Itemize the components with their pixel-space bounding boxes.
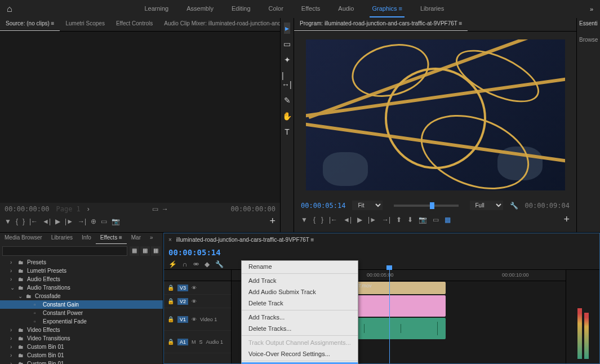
context-menu-item[interactable]: Voice-Over Record Settings...	[242, 348, 358, 359]
fx-filter-1-icon[interactable]: ▦	[130, 246, 139, 256]
program-scrubber[interactable]	[394, 205, 458, 207]
audio-clip-a1[interactable]	[344, 318, 446, 339]
hand-tool-icon[interactable]: ✋	[281, 110, 293, 122]
tab-audio[interactable]: Audio	[336, 1, 356, 17]
fx-filter-2-icon[interactable]: ▦	[140, 246, 150, 256]
insert-icon[interactable]: ⊕	[91, 217, 96, 225]
tab-source[interactable]: Source: (no clips) ≡	[0, 18, 60, 31]
prog-export-icon[interactable]: 📷	[419, 216, 427, 224]
more-workspaces-icon[interactable]: »	[590, 6, 593, 12]
tree-item[interactable]: ›🖿Presets	[0, 258, 163, 267]
eye-icon[interactable]: 👁	[192, 299, 197, 304]
mute-button[interactable]: M	[192, 339, 196, 345]
scrub-handle[interactable]	[430, 202, 434, 209]
tab-libraries[interactable]: Libraries	[418, 1, 446, 17]
type-tool-icon[interactable]: T	[283, 126, 291, 137]
home-icon[interactable]: ⌂	[7, 4, 12, 14]
program-monitor[interactable]	[294, 32, 576, 198]
tab-info[interactable]: Info	[77, 233, 96, 244]
frame-tool-icon[interactable]: ▭	[282, 38, 292, 50]
prog-step-fwd-icon[interactable]: |►	[368, 216, 376, 224]
export-frame-icon[interactable]: 📷	[112, 217, 120, 225]
lock-icon[interactable]: 🔒	[167, 285, 174, 291]
lock-icon[interactable]: 🔒	[167, 298, 174, 304]
effects-search-input[interactable]	[2, 246, 127, 256]
prog-step-back-icon[interactable]: ◄|	[343, 216, 352, 224]
tab-program[interactable]: Program: illuminated-road-junction-and-c…	[294, 18, 468, 31]
timeline-timecode[interactable]: 00:00:05:14	[164, 246, 225, 259]
chevron-right-icon[interactable]: ›	[87, 205, 90, 213]
context-menu-item[interactable]: Add Audio Submix Track	[242, 286, 358, 298]
prog-play-icon[interactable]: ▶	[357, 216, 362, 224]
tl-settings-icon[interactable]: 🔧	[215, 260, 224, 268]
src-btn-1[interactable]: ▭	[152, 205, 158, 213]
video-clip-v1[interactable]	[344, 295, 446, 317]
tree-item[interactable]: ›🖿Video Transitions	[0, 334, 163, 343]
play-icon[interactable]: ▶	[55, 217, 60, 225]
context-menu-item[interactable]: Delete Tracks...	[242, 323, 358, 334]
eye-icon[interactable]: 👁	[192, 317, 197, 322]
track-v2-label[interactable]: V2	[177, 298, 188, 305]
prog-lift-icon[interactable]: ⬆	[396, 216, 402, 224]
tab-effect-controls[interactable]: Effect Controls	[110, 18, 158, 31]
video-clip-v2[interactable]: 9F76T.mov	[344, 282, 446, 294]
tl-magnet-icon[interactable]: ∩	[183, 260, 188, 268]
wrench-icon[interactable]: 🔧	[510, 202, 518, 210]
tree-item[interactable]: ›🖿Custom Bin 01	[0, 359, 163, 364]
out-point-icon[interactable]: }	[23, 217, 25, 225]
tree-item[interactable]: ›🖿Audio Effects	[0, 275, 163, 283]
in-point-icon[interactable]: {	[16, 217, 18, 225]
tab-essential[interactable]: Essenti	[579, 20, 598, 26]
tab-libraries-panel[interactable]: Libraries	[47, 233, 77, 244]
context-menu-item[interactable]: Rename	[242, 261, 358, 272]
sequence-name[interactable]: illuminated-road-junction-and-cars-traff…	[176, 237, 314, 243]
marker-icon[interactable]: ▼	[5, 217, 11, 225]
tab-color[interactable]: Color	[266, 1, 286, 17]
track-v3-label[interactable]: V3	[177, 285, 188, 291]
tab-audio-clip-mixer[interactable]: Audio Clip Mixer: illuminated-road-junct…	[158, 18, 280, 31]
tab-editing[interactable]: Editing	[229, 1, 253, 17]
tree-item[interactable]: ▫Constant Power	[0, 309, 163, 317]
tree-item[interactable]: ▫Exponential Fade	[0, 317, 163, 326]
tab-effects-panel[interactable]: Effects ≡	[96, 233, 127, 244]
prog-out-icon[interactable]: }	[321, 216, 323, 224]
prog-go-out-icon[interactable]: →|	[382, 216, 390, 224]
tree-item[interactable]: ›🖿Video Effects	[0, 326, 163, 334]
tab-effects-ws[interactable]: Effects	[299, 1, 322, 17]
track-v1-label[interactable]: V1	[177, 316, 188, 323]
prog-go-in-icon[interactable]: |←	[329, 216, 337, 224]
tab-lumetri-scopes[interactable]: Lumetri Scopes	[60, 18, 110, 31]
zoom-fit-select[interactable]: Fit	[352, 201, 383, 210]
lock-icon[interactable]: 🔒	[167, 339, 174, 345]
step-back-icon[interactable]: ◄|	[42, 217, 51, 225]
prog-safe-margins-icon[interactable]: ▦	[445, 216, 451, 224]
close-icon[interactable]: ×	[168, 237, 172, 243]
tab-browse[interactable]: Browse	[579, 37, 598, 43]
step-fwd-icon[interactable]: |►	[65, 217, 73, 225]
tl-snap-icon[interactable]: ⚡	[168, 260, 177, 268]
lock-icon[interactable]: 🔒	[167, 316, 174, 322]
text-align-icon[interactable]: |↔|	[281, 70, 294, 90]
context-menu-item[interactable]: Add Track	[242, 275, 358, 286]
prog-add-button-icon[interactable]: +	[563, 214, 570, 225]
tab-learning[interactable]: Learning	[142, 1, 171, 17]
solo-button[interactable]: S	[199, 339, 203, 345]
src-btn-2[interactable]: →	[162, 205, 168, 213]
add-button-icon[interactable]: +	[269, 215, 275, 227]
tree-item[interactable]: ▫Constant Gain	[0, 300, 163, 309]
tab-media-browser[interactable]: Media Browser	[0, 233, 47, 244]
source-tc-out[interactable]: 00:00:00:00	[231, 205, 275, 213]
go-to-out-icon[interactable]: →|	[78, 217, 86, 225]
context-menu-item[interactable]: Delete Track	[242, 298, 358, 309]
eye-icon[interactable]: 👁	[192, 285, 197, 291]
tab-graphics[interactable]: Graphics ≡	[370, 1, 405, 17]
playhead[interactable]	[389, 270, 390, 363]
tree-item[interactable]: ›🖿Custom Bin 01	[0, 351, 163, 359]
prog-in-icon[interactable]: {	[313, 216, 315, 224]
tab-assembly[interactable]: Assembly	[184, 1, 216, 17]
overwrite-icon[interactable]: ▭	[101, 217, 107, 225]
source-tc-in[interactable]: 00:00:00:00	[5, 205, 49, 213]
selection-tool-icon[interactable]: ▸	[284, 23, 290, 34]
go-to-in-icon[interactable]: |←	[29, 217, 38, 225]
panel-overflow-icon[interactable]: »	[145, 233, 158, 244]
